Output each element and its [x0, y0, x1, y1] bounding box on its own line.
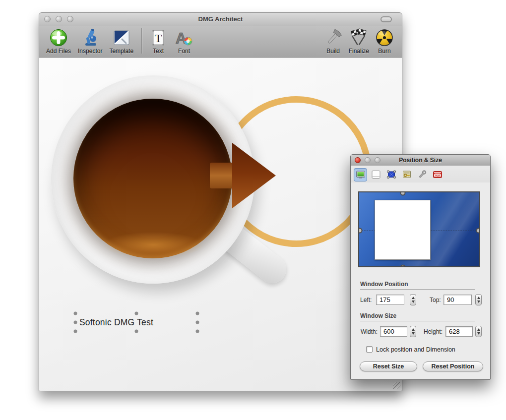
inspector-icon — [81, 28, 100, 47]
burn-icon — [375, 28, 394, 47]
top-label: Top: — [430, 297, 441, 303]
height-stepper[interactable] — [475, 326, 482, 337]
window-size-heading: Window Size — [360, 312, 475, 321]
tab-tools[interactable] — [415, 168, 429, 181]
tab-position-size[interactable] — [354, 168, 367, 181]
window-resize-grip[interactable] — [393, 382, 400, 389]
dmg-window-proxy[interactable] — [375, 200, 431, 260]
toolbar-label: Add Files — [46, 48, 71, 55]
inspector-button[interactable]: Inspector — [78, 28, 102, 55]
template-button[interactable]: Template — [109, 28, 133, 55]
main-titlebar[interactable]: DMG Architect — [39, 13, 402, 26]
toolbar-divider — [141, 28, 142, 54]
text-button[interactable]: T Text — [149, 28, 168, 55]
position-size-panel: Position & Size — [350, 154, 491, 380]
coffee-gloss-highlight — [104, 232, 203, 258]
window-icon — [371, 169, 381, 180]
height-input[interactable] — [445, 326, 473, 337]
arrow-image[interactable] — [208, 140, 277, 211]
window-title: DMG Architect — [39, 15, 402, 23]
selection-handle[interactable] — [135, 330, 138, 333]
selection-handle[interactable] — [196, 330, 199, 333]
wrench-icon — [417, 169, 428, 180]
left-input[interactable] — [376, 295, 404, 305]
selection-handle[interactable] — [196, 312, 199, 315]
volume-label-text[interactable]: Softonic DMG Test — [79, 317, 153, 328]
left-stepper[interactable] — [410, 294, 416, 305]
build-button[interactable]: Build — [324, 28, 343, 55]
toolbar-toggle-button[interactable] — [380, 16, 392, 22]
panel-title: Position & Size — [351, 157, 490, 164]
add-files-button[interactable]: Add Files — [46, 28, 71, 55]
width-input[interactable] — [380, 326, 407, 337]
toolbar-label: Finalize — [349, 48, 369, 55]
selection-handle[interactable] — [135, 312, 138, 315]
add-files-icon — [49, 28, 68, 47]
toolbar-label: Text — [153, 48, 164, 55]
toolbar-label: Build — [326, 48, 340, 55]
volume-label-selection[interactable]: Softonic DMG Test — [75, 313, 197, 331]
width-label: Width: — [361, 328, 378, 335]
lock-checkbox-label: Lock position and Dimension — [376, 346, 455, 353]
top-stepper[interactable] — [475, 294, 482, 305]
main-window: DMG Architect Add Files — [39, 12, 402, 391]
selection-handle[interactable] — [74, 330, 77, 333]
tab-window[interactable] — [369, 168, 382, 181]
left-label: Left: — [360, 297, 372, 303]
burn-button[interactable]: Burn — [375, 28, 394, 55]
text-icon: T — [149, 28, 168, 47]
build-icon — [324, 28, 343, 47]
display-icon — [355, 169, 366, 180]
preview-handle-top[interactable] — [400, 191, 406, 196]
finalize-icon — [349, 28, 368, 47]
selection-handle[interactable] — [74, 321, 77, 324]
tab-badge[interactable] — [431, 168, 444, 181]
name-badge-icon — [432, 169, 443, 180]
template-icon — [112, 28, 131, 47]
toolbar-label: Template — [109, 48, 133, 55]
preview-handle-right[interactable] — [476, 228, 481, 234]
finalize-button[interactable]: Finalize — [349, 28, 369, 55]
selection-handles-icon — [386, 169, 397, 180]
width-stepper[interactable] — [410, 326, 416, 337]
font-button[interactable]: A Font — [175, 28, 193, 55]
svg-text:T: T — [155, 32, 162, 45]
height-label: Height: — [424, 328, 443, 335]
font-icon: A — [175, 28, 193, 47]
main-toolbar: Add Files Inspector — [39, 26, 402, 58]
desktop-preview[interactable] — [358, 191, 480, 267]
window-position-heading: Window Position — [360, 281, 475, 290]
reset-position-button[interactable]: Reset Position — [423, 361, 483, 371]
toolbar-label: Inspector — [78, 48, 102, 55]
tab-selection[interactable] — [384, 168, 398, 181]
panel-titlebar[interactable]: Position & Size — [351, 155, 490, 166]
selection-handle[interactable] — [196, 321, 199, 324]
tab-license[interactable] — [400, 168, 413, 181]
toolbar-label: Burn — [378, 48, 390, 55]
panel-tabbar — [351, 166, 490, 182]
toolbar-label: Font — [178, 48, 190, 55]
preview-handle-left[interactable] — [358, 228, 363, 234]
certificate-key-icon — [401, 169, 412, 180]
lock-checkbox[interactable] — [366, 346, 373, 353]
dmg-layout-canvas[interactable]: Softonic DMG Test — [39, 58, 402, 391]
selection-handle[interactable] — [74, 312, 77, 315]
screenshot-stage: DMG Architect Add Files — [0, 0, 506, 420]
reset-size-button[interactable]: Reset Size — [360, 361, 417, 371]
top-input[interactable] — [443, 295, 472, 305]
preview-handle-bottom[interactable] — [400, 265, 406, 268]
